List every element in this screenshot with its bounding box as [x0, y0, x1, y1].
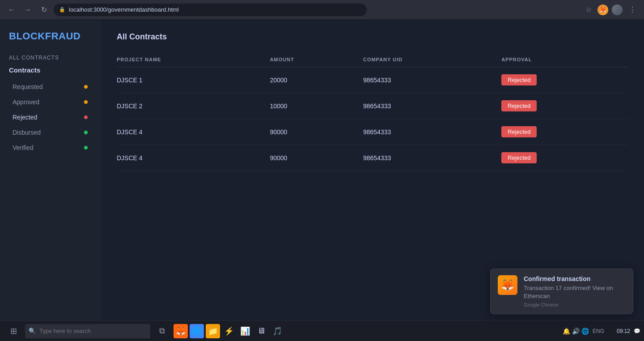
address-bar[interactable]: 🔒 localhost:3000/governmentdashboard.htm… [54, 4, 367, 16]
approval-badge[interactable]: Rejected [501, 74, 537, 85]
taskbar-app1-icon[interactable]: ⚡ [222, 324, 236, 338]
url-text: localhost:3000/governmentdashboard.html [69, 6, 179, 13]
star-button[interactable]: ☆ [582, 4, 595, 16]
menu-button[interactable]: ⋮ [626, 4, 639, 16]
taskbar-language: ENG [593, 328, 604, 334]
taskbar-app2-icon[interactable]: 📊 [238, 324, 252, 338]
col-amount: AMOUNT [270, 52, 363, 67]
taskbar: ⊞ 🔍 ⧉ 🦊 🌐 📁 ⚡ 📊 🖥 🎵 🔔 🔊 🌐 ENG 09:12 💬 [0, 320, 644, 341]
all-contracts-label: All Contracts [9, 55, 91, 61]
table-row: DJSCE 12000098654333Rejected [117, 67, 628, 93]
sidebar-logo: BLOCKFRAUD [9, 30, 91, 42]
tray-icon-3: 🌐 [581, 328, 589, 335]
task-view-button[interactable]: ⧉ [152, 322, 172, 340]
metamask-button[interactable]: 🦊 [597, 4, 608, 15]
table-row: DJSCE 21000098654333Rejected [117, 93, 628, 119]
page-title: All Contracts [117, 32, 628, 42]
sidebar-item-verified[interactable]: Verified [9, 141, 91, 154]
col-company-uid: COMPANY UID [363, 52, 501, 67]
back-button[interactable]: ← [5, 4, 18, 16]
cell-approval: Rejected [501, 119, 628, 145]
taskbar-clock: 09:12 [608, 328, 630, 334]
dot-verified [84, 146, 88, 149]
toast-source: Google Chrome [524, 302, 626, 307]
browser-chrome: ← → ↻ 🔒 localhost:3000/governmentdashboa… [0, 0, 644, 20]
toast-message: Transaction 17 confirmed! View on Ethers… [524, 284, 626, 300]
dot-disbursed [84, 131, 88, 134]
taskbar-tray: 🔔 🔊 🌐 [563, 328, 589, 335]
sidebar-label-disbursed: Disbursed [13, 129, 41, 136]
approval-badge[interactable]: Rejected [501, 100, 537, 111]
cell-amount: 20000 [270, 67, 363, 93]
tray-icon-1: 🔔 [563, 328, 570, 335]
toast-title: Confirmed transaction [524, 275, 626, 282]
taskbar-search-wrapper: 🔍 [25, 324, 150, 338]
taskbar-app4-icon[interactable]: 🎵 [270, 324, 284, 338]
sidebar-item-disbursed[interactable]: Disbursed [9, 126, 91, 139]
taskbar-right: 🔔 🔊 🌐 ENG 09:12 💬 [563, 328, 640, 335]
cell-company-uid: 98654333 [363, 93, 501, 119]
cell-company-uid: 98654333 [363, 145, 501, 171]
sidebar-label-verified: Verified [13, 144, 34, 151]
sidebar-item-approved[interactable]: Approved [9, 95, 91, 109]
cell-company-uid: 98654333 [363, 67, 501, 93]
taskbar-chrome-icon[interactable]: 🌐 [190, 324, 204, 338]
taskbar-search-icon: 🔍 [29, 328, 36, 334]
cell-project-name: DJSCE 4 [117, 145, 270, 171]
sidebar-item-requested[interactable]: Requested [9, 80, 91, 94]
lock-icon: 🔒 [59, 7, 65, 13]
toast-content: Confirmed transaction Transaction 17 con… [524, 275, 626, 307]
col-project-name: PROJECT NAME [117, 52, 270, 67]
cell-project-name: DJSCE 1 [117, 67, 270, 93]
user-avatar[interactable] [611, 4, 623, 16]
dot-rejected [84, 115, 88, 119]
cell-amount: 90000 [270, 119, 363, 145]
sidebar: BLOCKFRAUD All Contracts Contracts Reque… [0, 20, 101, 320]
cell-project-name: DJSCE 4 [117, 119, 270, 145]
cell-approval: Rejected [501, 145, 628, 171]
cell-amount: 10000 [270, 93, 363, 119]
cell-amount: 90000 [270, 145, 363, 171]
taskbar-folder-icon[interactable]: 📁 [206, 324, 220, 338]
metamask-toast-icon: 🦊 [498, 275, 517, 295]
sidebar-label-rejected: Rejected [13, 114, 37, 121]
table-header-row: PROJECT NAME AMOUNT COMPANY UID APPROVAL [117, 52, 628, 67]
taskbar-app3-icon[interactable]: 🖥 [254, 324, 268, 338]
taskbar-firefox-icon[interactable]: 🦊 [174, 324, 188, 338]
approval-badge[interactable]: Rejected [501, 126, 537, 137]
taskbar-search-input[interactable] [25, 324, 150, 338]
dot-approved [84, 100, 88, 104]
cell-approval: Rejected [501, 67, 628, 93]
sidebar-item-rejected[interactable]: Rejected [9, 111, 91, 124]
dot-requested [84, 85, 88, 89]
sidebar-label-requested: Requested [13, 83, 43, 90]
contracts-group-title: Contracts [9, 66, 91, 74]
cell-approval: Rejected [501, 93, 628, 119]
table-row: DJSCE 49000098654333Rejected [117, 145, 628, 171]
table-row: DJSCE 49000098654333Rejected [117, 119, 628, 145]
cell-company-uid: 98654333 [363, 119, 501, 145]
approval-badge[interactable]: Rejected [501, 152, 537, 163]
col-approval: APPROVAL [501, 52, 628, 67]
browser-actions: ☆ 🦊 ⋮ [582, 4, 639, 16]
sidebar-label-approved: Approved [13, 98, 39, 106]
taskbar-notification-icon[interactable]: 💬 [634, 328, 640, 334]
start-button[interactable]: ⊞ [4, 322, 23, 340]
cell-project-name: DJSCE 2 [117, 93, 270, 119]
forward-button[interactable]: → [21, 4, 34, 16]
notification-toast[interactable]: 🦊 Confirmed transaction Transaction 17 c… [490, 269, 633, 314]
contracts-table: PROJECT NAME AMOUNT COMPANY UID APPROVAL… [117, 52, 628, 171]
tray-icon-2: 🔊 [572, 328, 580, 335]
reload-button[interactable]: ↻ [38, 4, 50, 16]
